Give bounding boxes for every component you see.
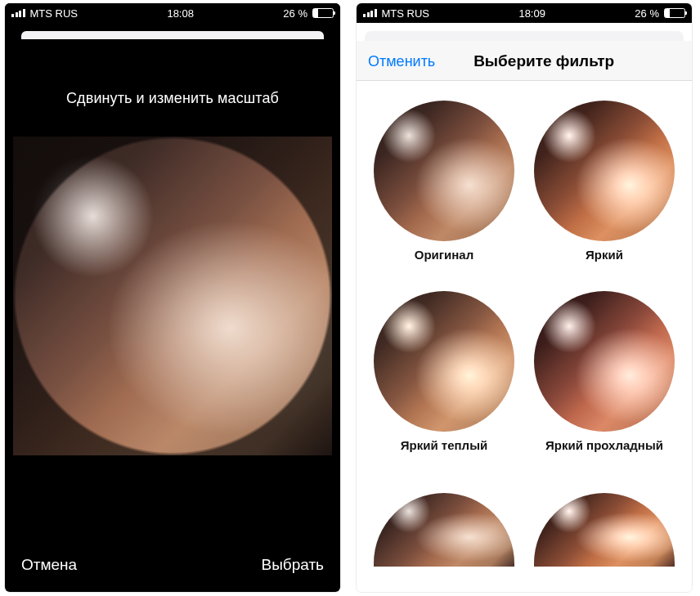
filter-item-5[interactable] [371,493,517,592]
carrier-label: MTS RUS [30,7,79,20]
crop-stage[interactable] [13,137,332,455]
status-left: MTS RUS [11,7,78,20]
filters-grid[interactable]: Оригинал Яркий Яркий теплый Яркий прохла… [357,81,692,592]
phone-filters-screen: MTS RUS 18:09 26 % Отменить Выберите фил… [357,3,692,592]
carrier-label: MTS RUS [382,7,430,20]
crop-instruction: Сдвинуть и изменить масштаб [5,39,340,137]
phone-crop-screen: MTS RUS 18:08 26 % Сдвинуть и изменить м… [5,3,340,592]
battery-icon [664,8,685,18]
battery-icon [312,8,334,18]
filter-item-6[interactable] [532,493,677,592]
crop-actions: Отмена Выбрать [5,541,340,592]
filter-label: Яркий прохладный [532,438,677,452]
sheet-handle [365,31,684,41]
status-bar: MTS RUS 18:08 26 % [5,3,340,23]
status-left: MTS RUS [363,7,429,20]
filter-item-bright-warm[interactable]: Яркий теплый [371,291,517,473]
filter-label: Яркий [532,248,677,262]
clock: 18:09 [518,7,545,20]
filter-thumb [534,101,675,241]
status-right: 26 % [283,7,334,20]
filter-item-bright[interactable]: Яркий [532,101,677,283]
circle-mask [13,137,332,455]
page-title: Выберите фильтр [407,52,680,70]
filter-item-bright-cool[interactable]: Яркий прохладный [532,291,677,473]
nav-bar: Отменить Выберите фильтр [357,41,692,81]
signal-icon [11,9,25,17]
filter-label: Яркий теплый [371,438,517,452]
filter-thumb [374,493,514,567]
filter-thumb [374,291,514,432]
filter-thumb [374,101,514,241]
status-right: 26 % [635,7,685,20]
clock: 18:08 [167,7,194,20]
signal-icon [363,9,377,17]
filter-label: Оригинал [371,248,517,262]
status-bar: MTS RUS 18:09 26 % [357,3,692,23]
filter-thumb [534,291,675,432]
filter-item-original[interactable]: Оригинал [371,101,517,283]
choose-button[interactable]: Выбрать [261,556,324,574]
battery-percent: 26 % [635,7,659,20]
cancel-button[interactable]: Отмена [21,556,77,574]
sheet-handle [21,31,324,39]
battery-percent: 26 % [283,7,307,20]
filter-thumb [534,493,675,567]
